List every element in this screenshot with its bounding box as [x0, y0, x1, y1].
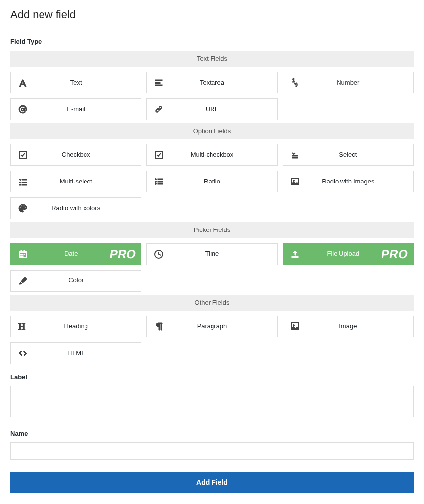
check-square-icon [11, 150, 35, 160]
align-left-icon [147, 78, 170, 88]
field-type-label: Text [35, 78, 141, 87]
pro-badge: PRO [381, 246, 410, 263]
field-type-radio[interactable]: Radio [146, 171, 277, 192]
field-type-label: Time [170, 249, 277, 258]
category-header-text: Text Fields [10, 51, 414, 67]
heading-icon [11, 321, 35, 331]
list-icon [147, 177, 170, 186]
field-type-url[interactable]: URL [146, 98, 277, 120]
category-header-other: Other Fields [10, 295, 414, 311]
field-type-number[interactable]: Number [283, 72, 414, 93]
panel-header: Add new field [0, 0, 424, 30]
check-square-icon [147, 150, 170, 160]
field-type-html[interactable]: HTML [10, 342, 141, 364]
code-icon [11, 348, 35, 358]
field-type-label: Radio with colors [35, 204, 141, 213]
font-icon [11, 78, 35, 88]
pro-badge: PRO [108, 246, 137, 263]
label-input[interactable] [10, 386, 414, 417]
field-type-label: E-mail [35, 105, 141, 114]
field-type-label: Textarea [170, 78, 277, 87]
field-type-file[interactable]: File UploadPRO [283, 243, 414, 265]
field-type-label: Paragraph [170, 322, 277, 331]
calendar-icon [11, 249, 35, 259]
field-type-label: HTML [35, 349, 141, 358]
field-type-paragraph[interactable]: Paragraph [146, 316, 277, 337]
label-field-label: Label [10, 373, 414, 382]
image-o-icon [283, 177, 307, 186]
brush-icon [11, 276, 35, 286]
field-type-time[interactable]: Time [146, 243, 277, 265]
field-type-color[interactable]: Color [10, 270, 141, 292]
field-type-label: Checkbox [35, 150, 141, 159]
nine-icon [283, 78, 307, 88]
image-icon [283, 321, 307, 331]
category-header-picker: Picker Fields [10, 222, 414, 238]
panel-title: Add new field [10, 7, 414, 23]
clock-icon [147, 249, 170, 259]
field-type-label: Radio with images [307, 177, 413, 186]
link-icon [147, 104, 170, 114]
field-type-label: Multi-checkbox [170, 150, 277, 159]
field-type-date[interactable]: DatePRO [10, 243, 141, 265]
select-icon [283, 150, 307, 160]
field-type-radio-colors[interactable]: Radio with colors [10, 197, 141, 219]
field-type-label: Field Type [10, 37, 414, 46]
paragraph-icon [147, 321, 170, 331]
field-type-label: Select [307, 150, 413, 159]
field-type-multi-checkbox[interactable]: Multi-checkbox [146, 144, 277, 166]
field-type-radio-images[interactable]: Radio with images [283, 171, 414, 192]
field-type-label: Radio [170, 177, 277, 186]
field-type-label: Number [307, 78, 413, 87]
field-type-checkbox[interactable]: Checkbox [10, 144, 141, 166]
upload-icon [283, 249, 307, 259]
category-header-option: Option Fields [10, 123, 414, 139]
field-type-heading[interactable]: Heading [10, 316, 141, 337]
at-icon [11, 104, 35, 114]
field-type-textarea[interactable]: Textarea [146, 72, 277, 93]
field-type-label: URL [170, 105, 277, 114]
field-type-label: Multi-select [35, 177, 141, 186]
name-field-label: Name [10, 429, 414, 438]
tasks-icon [11, 177, 35, 186]
name-input[interactable] [10, 442, 414, 460]
field-type-email[interactable]: E-mail [10, 98, 141, 120]
field-type-text[interactable]: Text [10, 72, 141, 93]
field-type-label: Heading [35, 322, 141, 331]
palette-icon [11, 203, 35, 213]
field-type-label: Image [307, 322, 413, 331]
field-type-image[interactable]: Image [283, 316, 414, 337]
add-field-button[interactable]: Add Field [10, 472, 414, 493]
field-type-select[interactable]: Select [283, 144, 414, 166]
field-type-multi-select[interactable]: Multi-select [10, 171, 141, 192]
field-type-label: Color [35, 276, 141, 285]
